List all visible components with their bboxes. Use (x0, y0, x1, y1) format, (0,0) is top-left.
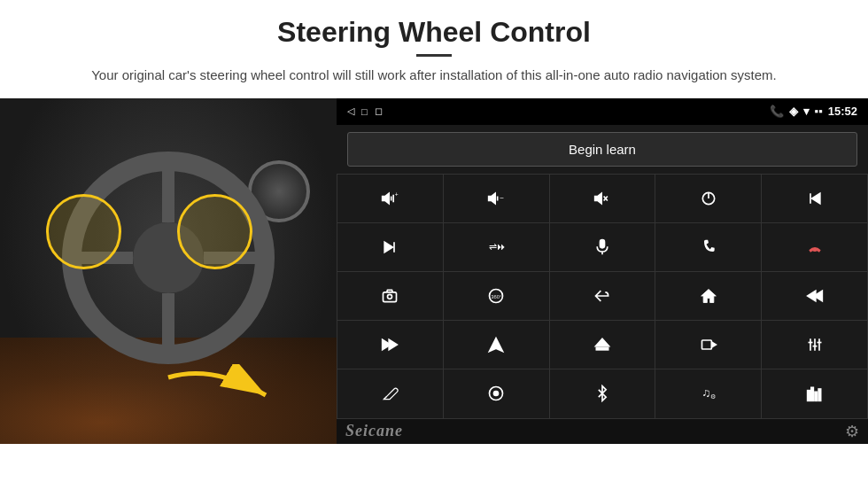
svg-marker-14 (811, 193, 819, 204)
skip-back-icon (806, 287, 824, 305)
vol-up-button[interactable]: + (337, 175, 443, 222)
content-area: ◁ □ ◻ 📞 ◈ ▾ ▪▪ 15:52 Begin learn + − (0, 98, 868, 444)
mute-button[interactable] (550, 175, 655, 222)
prev-track-button[interactable] (762, 175, 867, 222)
svg-text:⇌⏭: ⇌⏭ (489, 241, 505, 252)
home-button[interactable] (655, 272, 761, 320)
home-icon (700, 287, 717, 305)
vol-down-icon: − (487, 190, 505, 207)
phone-icon (700, 238, 717, 256)
circle-dot-button[interactable] (444, 369, 549, 417)
svg-point-21 (388, 294, 392, 299)
svg-text:360°: 360° (491, 293, 501, 299)
page-title: Steering Wheel Control (35, 16, 833, 49)
bluetooth-icon (593, 385, 611, 402)
svg-marker-33 (712, 343, 716, 347)
svg-rect-46 (810, 388, 813, 401)
status-bar-right: 📞 ◈ ▾ ▪▪ 15:52 (770, 105, 857, 118)
record-button[interactable] (655, 321, 761, 369)
eject-icon (593, 336, 611, 354)
svg-marker-24 (701, 289, 716, 302)
svg-rect-18 (600, 239, 604, 247)
eject-button[interactable] (550, 321, 655, 369)
prev-track-icon (806, 190, 824, 207)
camera-button[interactable] (337, 272, 443, 320)
yellow-arrow (159, 364, 292, 417)
head-unit-panel: ◁ □ ◻ 📞 ◈ ▾ ▪▪ 15:52 Begin learn + − (337, 98, 868, 444)
bluetooth-button[interactable] (550, 369, 655, 417)
360-icon: 360° (487, 287, 505, 305)
controls-grid: + − ⇌⏭ (337, 174, 868, 419)
fast-forward-icon (381, 336, 399, 354)
music-icon: ♫⚙ (700, 385, 717, 402)
phone-button[interactable] (655, 223, 761, 271)
svg-marker-8 (595, 193, 602, 204)
phone-icon: 📞 (770, 105, 784, 118)
svg-rect-31 (596, 348, 608, 351)
spoke-bottom (162, 293, 174, 346)
nav-recents-icon[interactable]: ◻ (375, 105, 383, 117)
location-icon: ◈ (789, 105, 798, 118)
battery-icon: ▪▪ (815, 105, 823, 118)
mic-icon (593, 238, 611, 256)
bars-icon (806, 385, 824, 402)
circle-dot-icon (487, 385, 505, 402)
svg-rect-45 (807, 391, 810, 401)
fast-forward-button[interactable] (337, 321, 443, 369)
skip-back-button[interactable] (762, 272, 867, 320)
svg-text:⚙: ⚙ (709, 393, 715, 400)
power-button[interactable] (655, 175, 761, 222)
svg-marker-28 (390, 339, 398, 350)
status-bar-left: ◁ □ ◻ (347, 105, 383, 117)
svg-marker-30 (595, 339, 608, 346)
highlight-circle-right (177, 194, 252, 269)
bottom-bar: Seicane ⚙ (337, 419, 868, 444)
power-icon (700, 190, 717, 207)
hang-up-button[interactable] (762, 223, 867, 271)
begin-learn-section: Begin learn (337, 125, 868, 174)
navigate-icon (487, 336, 505, 354)
svg-rect-48 (818, 389, 821, 400)
steering-wheel-bg (0, 98, 337, 444)
status-bar: ◁ □ ◻ 📞 ◈ ▾ ▪▪ 15:52 (337, 98, 868, 125)
shuffle-icon: ⇌⏭ (487, 238, 505, 256)
svg-rect-20 (384, 292, 397, 302)
svg-marker-1 (383, 193, 390, 204)
next-icon (381, 238, 399, 256)
back-icon (593, 287, 611, 305)
steering-wheel-panel (0, 98, 337, 444)
nav-back-icon[interactable]: ◁ (347, 105, 354, 117)
mic-button[interactable] (550, 223, 655, 271)
camera-icon (381, 287, 399, 305)
back-button[interactable] (550, 272, 655, 320)
spoke-top (162, 169, 174, 222)
navigate-button[interactable] (444, 321, 549, 369)
begin-learn-button[interactable]: Begin learn (347, 132, 857, 167)
svg-text:+: + (395, 190, 399, 197)
hang-up-icon (806, 238, 824, 256)
page-subtitle: Your original car's steering wheel contr… (80, 66, 788, 86)
equalizer-button[interactable] (762, 321, 867, 369)
svg-rect-47 (815, 393, 818, 401)
equalizer-icon (806, 336, 824, 354)
svg-text:−: − (500, 192, 504, 201)
page-header: Steering Wheel Control Your original car… (0, 0, 868, 95)
music-button[interactable]: ♫⚙ (655, 369, 761, 417)
360-view-button[interactable]: 360° (444, 272, 549, 320)
time-display: 15:52 (828, 105, 857, 118)
pen-icon (381, 385, 399, 402)
nav-home-icon[interactable]: □ (361, 106, 368, 117)
brand-name: Seicane (345, 422, 403, 440)
svg-marker-29 (490, 338, 503, 352)
settings-gear-icon[interactable]: ⚙ (845, 422, 859, 441)
next-button[interactable] (337, 223, 443, 271)
highlight-circle-left (46, 194, 121, 269)
pen-button[interactable] (337, 369, 443, 417)
record-icon (700, 336, 717, 354)
mute-icon (593, 190, 611, 207)
vol-up-icon: + (381, 190, 399, 207)
shuffle-button[interactable]: ⇌⏭ (444, 223, 549, 271)
bars-button[interactable] (762, 369, 867, 417)
signal-icon: ▾ (803, 105, 810, 118)
vol-down-button[interactable]: − (444, 175, 549, 222)
